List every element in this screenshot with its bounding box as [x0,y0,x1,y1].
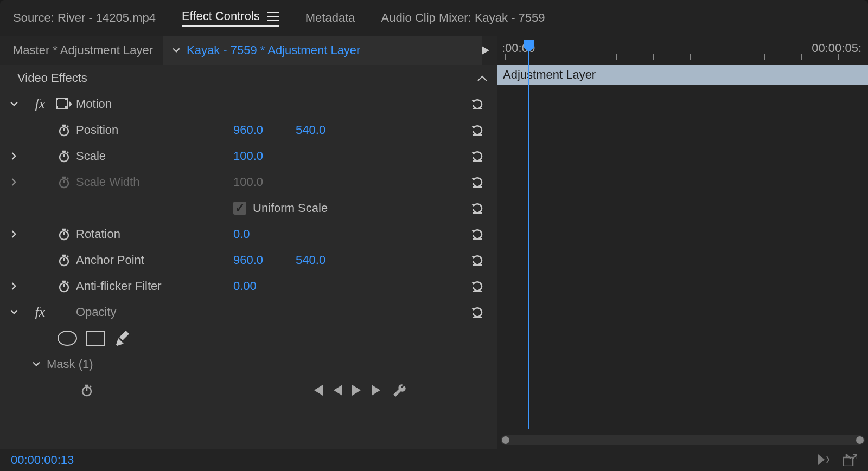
stopwatch-icon[interactable] [52,228,76,241]
scale-width-value: 100.0 [233,175,263,189]
tab-source[interactable]: Source: River - 14205.mp4 [13,11,156,25]
mask-1[interactable]: Mask (1) [0,351,497,377]
svg-rect-3 [56,106,58,109]
reset-icon[interactable] [467,227,488,241]
reset-icon[interactable] [467,123,488,137]
ruler-ticks [497,54,868,60]
sub-clip-label: Kayak - 7559 * Adjustment Layer [187,43,360,57]
effect-opacity[interactable]: fx Opacity [0,299,497,325]
prop-position: Position 960.0 540.0 [0,117,497,143]
svg-rect-1 [56,98,58,100]
timeline-clip[interactable]: Adjustment Layer [497,65,868,85]
stopwatch-icon[interactable] [52,280,76,293]
twirl-right-icon[interactable] [0,282,28,290]
export-frame-icon[interactable] [843,454,857,466]
twirl-right-icon[interactable] [0,178,28,186]
time-ruler[interactable]: :00:00 00:00:05: [497,36,868,65]
prop-label: Scale [76,149,233,163]
checkbox-label: Uniform Scale [253,201,328,215]
prop-scale: Scale 100.0 [0,143,497,169]
rectangle-mask-tool[interactable] [86,331,105,346]
stopwatch-icon[interactable] [52,254,76,267]
panel-footer: 00:00:00:13 [0,449,868,471]
clip-breadcrumb: Master * Adjustment Layer Kayak - 7559 *… [0,36,497,65]
mask-path-row [0,377,497,403]
anchor-y[interactable]: 540.0 [296,253,326,267]
prop-label: Anti-flicker Filter [76,279,233,293]
transform-box-icon[interactable] [52,98,76,111]
wrench-icon[interactable] [393,384,406,397]
twirl-right-icon[interactable] [0,230,28,238]
effect-motion[interactable]: fx Motion [0,91,497,117]
tab-effect-controls[interactable]: Effect Controls [182,9,279,27]
stopwatch-icon[interactable] [52,150,76,163]
chevron-down-icon [173,47,180,54]
reset-icon[interactable] [467,253,488,267]
fx-toggle-icon[interactable]: fx [28,304,52,320]
anti-flicker-value[interactable]: 0.00 [233,279,257,293]
reset-icon[interactable] [467,305,488,319]
tab-metadata[interactable]: Metadata [305,11,355,25]
svg-rect-4 [65,106,68,109]
prev-frame-icon[interactable] [333,385,342,396]
section-title: Video Effects [17,71,87,85]
prop-scale-width: Scale Width 100.0 [0,169,497,195]
ellipse-mask-tool[interactable] [58,331,77,346]
scroll-handle-right[interactable] [856,436,864,444]
stopwatch-icon[interactable] [52,124,76,137]
position-x[interactable]: 960.0 [233,123,263,137]
tab-label: Effect Controls [182,9,260,23]
mask-tools-row [0,325,497,351]
property-rows: fx Motion Position 960.0 540.0 [0,91,497,449]
next-keyframe-icon[interactable] [372,385,384,396]
anchor-x[interactable]: 960.0 [233,253,263,267]
properties-column: Master * Adjustment Layer Kayak - 7559 *… [0,36,497,449]
sub-clip-dropdown[interactable]: Kayak - 7559 * Adjustment Layer [163,36,482,65]
current-timecode[interactable]: 00:00:00:13 [11,453,74,467]
position-y[interactable]: 540.0 [296,123,326,137]
master-clip-label[interactable]: Master * Adjustment Layer [0,43,163,57]
fx-toggle-icon[interactable]: fx [28,96,52,112]
pen-mask-tool[interactable] [114,331,133,346]
stopwatch-icon [52,176,76,189]
prev-keyframe-icon[interactable] [311,385,323,396]
play-audio-icon[interactable] [818,454,832,466]
prop-uniform-scale: ✓ Uniform Scale [0,195,497,221]
play-icon[interactable] [482,46,489,55]
rotation-value[interactable]: 0.0 [233,227,250,241]
reset-icon[interactable] [467,149,488,163]
effect-label: Motion [76,97,467,111]
prop-rotation: Rotation 0.0 [0,221,497,247]
timeline-column: :00:00 00:00:05: Adjustment Layer [497,36,868,449]
reset-icon[interactable] [467,175,488,189]
twirl-down-icon[interactable] [0,100,28,108]
twirl-right-icon[interactable] [0,152,28,160]
playhead-line [528,51,529,429]
prop-anchor-point: Anchor Point 960.0 540.0 [0,247,497,273]
twirl-down-icon[interactable] [0,360,40,368]
twirl-down-icon[interactable] [0,308,28,316]
mask-label: Mask (1) [40,357,488,371]
stopwatch-icon[interactable] [75,384,99,397]
prop-label: Rotation [76,227,233,241]
prop-anti-flicker: Anti-flicker Filter 0.00 [0,273,497,299]
svg-rect-2 [65,98,68,100]
scroll-handle-left[interactable] [502,436,509,444]
prop-label: Anchor Point [76,253,233,267]
panel-menu-icon[interactable] [267,12,279,21]
tab-audio-mixer[interactable]: Audio Clip Mixer: Kayak - 7559 [381,11,545,25]
video-effects-header[interactable]: Video Effects [0,65,497,91]
reset-icon[interactable] [467,201,488,215]
reset-icon[interactable] [467,97,488,111]
timeline-zoom-scrollbar[interactable] [501,435,865,445]
ruler-end: 00:00:05: [812,41,861,55]
reset-icon[interactable] [467,279,488,293]
uniform-scale-checkbox[interactable]: ✓ [233,202,246,215]
collapse-up-icon[interactable] [477,75,487,81]
scale-value[interactable]: 100.0 [233,149,263,163]
prop-label: Position [76,123,233,137]
prop-label: Scale Width [76,175,233,189]
next-frame-icon[interactable] [352,385,362,396]
effect-controls-panel: Source: River - 14205.mp4 Effect Control… [0,0,868,471]
panel-tabs: Source: River - 14205.mp4 Effect Control… [0,0,868,36]
